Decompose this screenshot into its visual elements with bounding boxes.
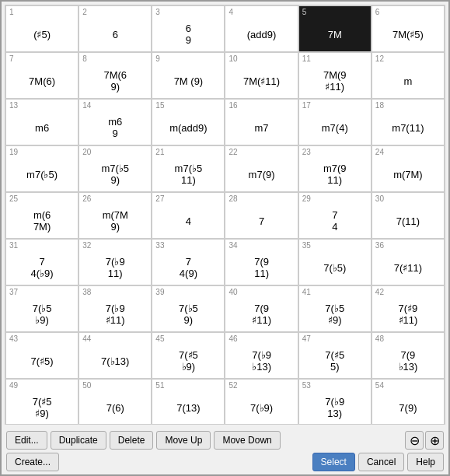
chord-cell-37[interactable]: 377(♭5♭9) [5, 285, 78, 332]
chord-cell-7[interactable]: 77M(6) [5, 52, 78, 99]
chord-cell-6[interactable]: 67M(♯5) [372, 5, 445, 52]
cell-number: 49 [9, 381, 75, 390]
cell-number: 16 [228, 101, 294, 110]
chord-cell-40[interactable]: 407(9♯11) [225, 285, 298, 332]
chord-cell-52[interactable]: 527(♭9) [225, 379, 298, 425]
chord-cell-49[interactable]: 497(♯5♯9) [5, 379, 78, 425]
chord-cell-10[interactable]: 107M(♯11) [225, 52, 298, 99]
chord-cell-45[interactable]: 457(♯5♭9) [152, 332, 225, 379]
chord-cell-34[interactable]: 347(911) [225, 239, 298, 285]
chord-cell-31[interactable]: 3174(♭9) [5, 239, 78, 285]
cell-number: 47 [302, 334, 368, 344]
chord-cell-25[interactable]: 25m(67M) [5, 192, 78, 239]
chord-cell-28[interactable]: 287 [225, 192, 298, 239]
chord-cell-12[interactable]: 12m [372, 52, 445, 99]
chord-cell-54[interactable]: 547(9) [372, 379, 445, 425]
chord-cell-53[interactable]: 537(♭913) [298, 379, 372, 425]
cell-number: 11 [302, 54, 368, 64]
chord-cell-39[interactable]: 397(♭59) [152, 285, 225, 332]
help-button[interactable]: Help [407, 453, 444, 471]
chord-cell-3[interactable]: 369 [152, 5, 225, 52]
chord-cell-16[interactable]: 16m7 [225, 99, 298, 145]
move-down-button[interactable]: Move Down [214, 431, 280, 450]
chord-cell-5[interactable]: 57M [298, 5, 372, 52]
chord-cell-32[interactable]: 327(♭911) [78, 239, 152, 285]
chord-cell-9[interactable]: 97M (9) [152, 52, 225, 99]
cell-label: 69 [155, 19, 221, 50]
cell-label: (add9) [228, 19, 294, 50]
cell-label: 7(9♯11) [228, 299, 294, 330]
chord-cell-19[interactable]: 19m7(♭5) [5, 145, 78, 192]
chord-cell-51[interactable]: 517(13) [152, 379, 225, 425]
chord-cell-22[interactable]: 22m7(9) [225, 145, 298, 192]
create-button[interactable]: Create... [6, 453, 59, 471]
chord-cell-14[interactable]: 14m69 [78, 99, 152, 145]
cell-number: 34 [228, 241, 294, 250]
chord-cell-43[interactable]: 437(♯5) [5, 332, 78, 379]
cell-label: m7(11) [375, 112, 441, 143]
chord-cell-13[interactable]: 13m6 [5, 99, 78, 145]
chord-cell-29[interactable]: 2974 [298, 192, 372, 239]
chord-cell-47[interactable]: 477(♯55) [298, 332, 372, 379]
chord-cell-33[interactable]: 3374(9) [152, 239, 225, 285]
cell-number: 12 [375, 54, 441, 64]
cell-number: 39 [155, 288, 221, 297]
duplicate-button[interactable]: Duplicate [51, 431, 106, 450]
chord-cell-18[interactable]: 18m7(11) [372, 99, 445, 145]
select-button[interactable]: Select [312, 453, 355, 471]
cell-label: 7M(9♯11) [302, 65, 368, 96]
chord-cell-35[interactable]: 357(♭5) [298, 239, 372, 285]
cell-number: 18 [375, 101, 441, 110]
chord-cell-41[interactable]: 417(♭5♯9) [298, 285, 372, 332]
zoom-in-button[interactable]: ⊕ [425, 431, 444, 450]
chord-grid[interactable]: 1(♯5)263694(add9)57M67M(♯5)77M(6)87M(69)… [5, 5, 445, 425]
chord-cell-2[interactable]: 26 [78, 5, 152, 52]
chord-cell-11[interactable]: 117M(9♯11) [298, 52, 372, 99]
chord-cell-8[interactable]: 87M(69) [78, 52, 152, 99]
chord-cell-20[interactable]: 20m7(♭59) [78, 145, 152, 192]
chord-cell-24[interactable]: 24m(7M) [372, 145, 445, 192]
cell-number: 21 [155, 148, 221, 157]
cell-number: 48 [375, 334, 441, 344]
cancel-button[interactable]: Cancel [358, 453, 404, 471]
edit-button[interactable]: Edit... [6, 431, 47, 450]
chord-cell-42[interactable]: 427(♯9♯11) [372, 285, 445, 332]
chord-cell-4[interactable]: 4(add9) [225, 5, 298, 52]
chord-cell-15[interactable]: 15m(add9) [152, 99, 225, 145]
move-up-button[interactable]: Move Up [156, 431, 211, 450]
cell-number: 19 [9, 148, 75, 157]
chord-cell-27[interactable]: 274 [152, 192, 225, 239]
chord-cell-26[interactable]: 26m(7M9) [78, 192, 152, 239]
cell-label: 7(9♭13) [375, 345, 441, 376]
chord-cell-21[interactable]: 21m7(♭511) [152, 145, 225, 192]
chord-cell-38[interactable]: 387(♭9♯11) [78, 285, 152, 332]
cell-number: 51 [155, 381, 221, 390]
chord-cell-1[interactable]: 1(♯5) [5, 5, 78, 52]
cell-label: 7 [228, 205, 294, 236]
chord-cell-23[interactable]: 23m7(911) [298, 145, 372, 192]
chord-cell-36[interactable]: 367(♯11) [372, 239, 445, 285]
delete-button[interactable]: Delete [110, 431, 154, 450]
zoom-out-button[interactable]: ⊖ [405, 431, 424, 450]
cell-number: 54 [375, 381, 441, 390]
cell-label: 7(6) [82, 392, 148, 423]
chord-cell-17[interactable]: 17m7(4) [298, 99, 372, 145]
chord-cell-46[interactable]: 467(♭9♭13) [225, 332, 298, 379]
cell-label: 6 [82, 19, 148, 50]
cell-number: 53 [302, 381, 368, 390]
cell-label: 7(♭5♯9) [302, 299, 368, 330]
cell-number: 35 [302, 241, 368, 250]
cell-label: m(add9) [155, 112, 221, 143]
chord-cell-44[interactable]: 447(♭13) [78, 332, 152, 379]
cell-number: 37 [9, 288, 75, 297]
cell-label: 7(♭9♯11) [82, 299, 148, 330]
cell-label: 7(♭9) [228, 392, 294, 423]
chord-cell-30[interactable]: 307(11) [372, 192, 445, 239]
chord-cell-48[interactable]: 487(9♭13) [372, 332, 445, 379]
cell-label: 7(♯5) [9, 345, 75, 376]
cell-number: 42 [375, 288, 441, 297]
cell-label: 7M (9) [155, 65, 221, 96]
chord-cell-50[interactable]: 507(6) [78, 379, 152, 425]
cell-label: 7M(♯11) [228, 65, 294, 96]
cell-number: 44 [82, 334, 148, 344]
